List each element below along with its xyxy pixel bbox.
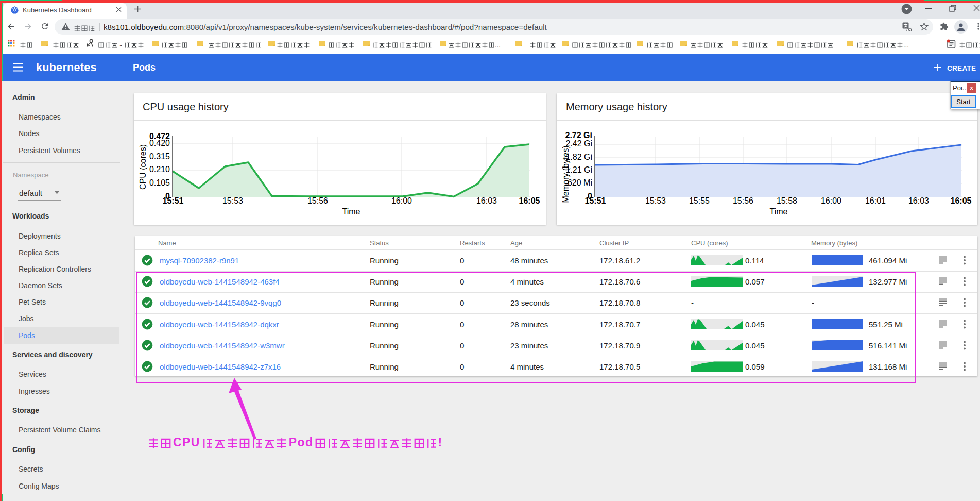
svg-text:16:03: 16:03 [476, 196, 497, 205]
svg-text:16:00: 16:00 [821, 196, 841, 205]
svg-text:16:05: 16:05 [951, 196, 972, 205]
svg-text:15:58: 15:58 [777, 196, 797, 205]
svg-text:15:53: 15:53 [645, 196, 666, 205]
svg-text:620 Mi: 620 Mi [568, 178, 592, 187]
svg-text:15:51: 15:51 [585, 196, 606, 205]
svg-text:15:56: 15:56 [733, 196, 753, 205]
svg-text:16:05: 16:05 [519, 196, 540, 205]
svg-text:16:01: 16:01 [865, 196, 886, 205]
svg-text:0.315: 0.315 [149, 152, 170, 161]
svg-text:15:56: 15:56 [307, 196, 328, 205]
svg-text:Time: Time [342, 207, 360, 216]
svg-text:16:00: 16:00 [391, 196, 412, 205]
svg-text:15:53: 15:53 [222, 196, 243, 205]
svg-text:CPU (cores): CPU (cores) [139, 144, 147, 190]
svg-text:0.210: 0.210 [149, 165, 170, 174]
svg-text:Time: Time [770, 207, 788, 216]
svg-text:2.72 Gi: 2.72 Gi [565, 131, 592, 140]
svg-text:Memory (bytes): Memory (bytes) [561, 145, 570, 203]
svg-text:0.105: 0.105 [149, 178, 170, 187]
svg-text:16:03: 16:03 [908, 196, 929, 205]
svg-text:15:55: 15:55 [689, 196, 710, 205]
svg-text:0.420: 0.420 [149, 139, 170, 147]
svg-text:15:51: 15:51 [163, 196, 184, 205]
